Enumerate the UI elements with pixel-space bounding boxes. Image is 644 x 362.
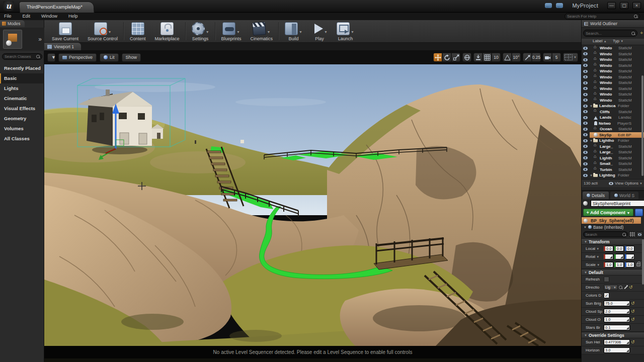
modes-category-item[interactable]: Cinematic: [0, 94, 44, 104]
outliner-row[interactable]: ▼ Small_ StaticM: [582, 161, 644, 167]
rotation-x-field[interactable]: [604, 254, 613, 259]
tab-world-settings[interactable]: World S: [610, 192, 638, 199]
scale-tool-button[interactable]: [451, 53, 460, 62]
menu-item[interactable]: File: [4, 13, 12, 20]
location-z-field[interactable]: 0.0: [625, 246, 634, 251]
location-x-field[interactable]: 0.0: [604, 246, 613, 251]
grid-snap-value-button[interactable]: 10: [492, 53, 501, 62]
lock-icon[interactable]: [636, 263, 640, 266]
modes-category-item[interactable]: Recently Placed: [0, 63, 44, 73]
visibility-eye-icon[interactable]: [583, 156, 588, 159]
browse-icon[interactable]: [619, 286, 622, 289]
toolbar-button[interactable]: ▼ Blueprints: [217, 20, 246, 42]
column-type[interactable]: Typ ▼: [613, 39, 644, 45]
component-self-row[interactable]: BP_Sky_Sphere(self): [582, 217, 641, 224]
section-override-settings[interactable]: ▼ Override Settings: [582, 332, 644, 338]
reset-to-default-icon[interactable]: ↺: [631, 317, 635, 322]
visibility-eye-icon[interactable]: [583, 168, 588, 171]
outliner-row[interactable]: ▼ Large_ StaticM: [582, 149, 644, 155]
outliner-row[interactable]: ▼ Windo StaticM: [582, 74, 644, 80]
view-mode-button[interactable]: Lit: [100, 53, 119, 62]
outliner-row[interactable]: ▼ Windo StaticM: [582, 68, 644, 74]
scale-label[interactable]: Scale ▼: [586, 262, 604, 267]
view-options-button[interactable]: View Options: [615, 181, 638, 186]
visibility-eye-icon[interactable]: [583, 47, 588, 50]
property-checkbox[interactable]: ✓: [604, 293, 609, 298]
classes-search[interactable]: [2, 53, 42, 60]
base-inherited-row[interactable]: ▼ Base (Inherited): [582, 224, 644, 230]
outliner-row[interactable]: ▼ Landsca Folder: [582, 103, 644, 109]
perspective-button[interactable]: Perspective: [58, 53, 97, 62]
rotation-z-field[interactable]: [625, 254, 634, 259]
classes-search-input[interactable]: [5, 54, 36, 59]
location-y-field[interactable]: 0.0: [614, 246, 624, 251]
visibility-eye-icon[interactable]: [583, 110, 588, 113]
community-icon[interactable]: [556, 3, 563, 8]
help-search[interactable]: [565, 13, 640, 20]
surface-snap-button[interactable]: [473, 53, 482, 62]
outliner-row[interactable]: ▼ Cliffs StaticM: [582, 109, 644, 115]
outliner-row[interactable]: ▼ Lightho Folder: [582, 138, 644, 144]
actor-name-field[interactable]: [591, 200, 644, 207]
visibility-eye-icon[interactable]: [583, 58, 588, 61]
grid-snap-button[interactable]: [482, 53, 492, 62]
details-search-input[interactable]: [585, 232, 622, 237]
column-label[interactable]: Label ▲: [582, 39, 613, 45]
visibility-eye-icon[interactable]: [583, 52, 588, 55]
expander-icon[interactable]: ▼: [590, 139, 593, 142]
scale-y-field[interactable]: 1.0: [614, 262, 624, 267]
reset-to-default-icon[interactable]: ↺: [629, 285, 633, 290]
toolbar-button[interactable]: ▼ Save Current: [47, 20, 83, 42]
feedback-icon[interactable]: [545, 3, 552, 8]
property-number-field[interactable]: 0.477306: [604, 339, 630, 345]
place-mode-button[interactable]: [3, 30, 22, 49]
rotation-snap-button[interactable]: [503, 53, 512, 62]
scale-z-field[interactable]: 1.0: [625, 262, 634, 267]
visibility-eye-icon[interactable]: [583, 128, 588, 131]
close-button[interactable]: ×: [632, 2, 641, 9]
visibility-eye-icon[interactable]: [583, 174, 588, 177]
outliner-row[interactable]: ▼ Windo StaticM: [582, 51, 644, 57]
maximize-button[interactable]: ▢: [620, 2, 628, 9]
tab-world-outliner[interactable]: World Outliner: [582, 20, 644, 28]
visibility-eye-icon[interactable]: [583, 70, 588, 73]
display-filter-button[interactable]: [636, 231, 643, 237]
reset-to-default-icon[interactable]: ↺: [631, 340, 635, 344]
tab-viewport[interactable]: Viewport 1: [44, 43, 81, 50]
rotation-snap-value-button[interactable]: 10°: [512, 53, 521, 62]
outliner-row[interactable]: ▼ Windo StaticM: [582, 80, 644, 86]
expand-modes-icon[interactable]: »: [38, 36, 42, 43]
outliner-row[interactable]: ▼ Windo StaticM: [582, 86, 644, 92]
toolbar-button[interactable]: ▼ Cinematics: [246, 20, 278, 42]
rotation-y-field[interactable]: [614, 254, 624, 259]
visibility-eye-icon[interactable]: [583, 64, 588, 67]
visibility-eye-icon[interactable]: [583, 81, 588, 84]
details-scrollbar[interactable]: [642, 239, 644, 285]
tab-details[interactable]: Details: [583, 192, 609, 199]
add-component-button[interactable]: + Add Component ▼: [583, 209, 633, 216]
move-tool-button[interactable]: [433, 53, 442, 62]
visibility-eye-icon[interactable]: [583, 162, 588, 165]
property-number-field[interactable]: 1.0: [604, 317, 630, 322]
viewport-scene[interactable]: [44, 64, 581, 346]
outliner-row[interactable]: ▼ Lighth StaticM: [582, 155, 644, 161]
viewport-options-button[interactable]: ▼: [47, 53, 55, 62]
rotate-tool-button[interactable]: [442, 53, 451, 62]
outliner-search[interactable]: [583, 30, 637, 37]
tab-modes[interactable]: Modes: [0, 20, 25, 27]
location-label[interactable]: Local ▼: [586, 246, 604, 251]
object-picker-dropdown[interactable]: Lig▼: [604, 285, 618, 290]
property-number-field[interactable]: 3.0: [604, 347, 630, 353]
outliner-row[interactable]: ▼ Turbin StaticM: [582, 167, 644, 173]
outliner-row[interactable]: ▼ Windo StaticM: [582, 57, 644, 63]
modes-category-item[interactable]: Lights: [0, 83, 44, 94]
outliner-search-input[interactable]: [586, 31, 631, 36]
property-number-field[interactable]: 0.1: [604, 325, 630, 330]
toolbar-button[interactable]: ▼ Play: [307, 20, 332, 42]
help-search-input[interactable]: [567, 14, 634, 19]
property-number-field[interactable]: 2.0: [604, 309, 630, 314]
outliner-row[interactable]: ▼ Ocean StaticM: [582, 126, 644, 132]
visibility-eye-icon[interactable]: [583, 116, 588, 119]
modes-category-item[interactable]: Volumes: [0, 124, 44, 134]
modes-category-item[interactable]: All Classes: [0, 134, 44, 144]
